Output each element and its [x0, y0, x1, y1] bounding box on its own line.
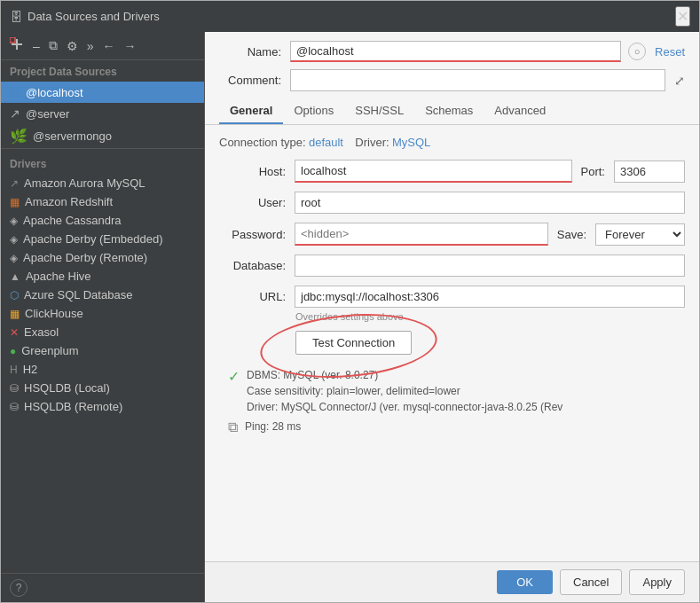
driver-amazon-redshift[interactable]: ▦ Amazon Redshift: [1, 192, 204, 211]
datasource-localhost-label: @localhost: [26, 86, 83, 99]
driver-hsqldb-remote-icon: ⛁: [10, 401, 19, 413]
password-row: Password: Save: Forever Until restart Ne…: [219, 223, 685, 246]
back-button[interactable]: ←: [99, 37, 119, 55]
overrides-text: Overrides settings above: [295, 311, 685, 322]
status-row-info: ⧉ Ping: 28 ms: [228, 419, 685, 435]
test-connection-wrap: Test Connection: [295, 331, 412, 355]
bottom-bar: OK Cancel Apply: [205, 561, 699, 602]
driver-apache-derby-embedded[interactable]: ◈ Apache Derby (Embedded): [1, 230, 204, 248]
user-input[interactable]: [295, 192, 685, 214]
project-data-sources-header: Project Data Sources: [1, 60, 204, 82]
tab-options[interactable]: Options: [283, 98, 344, 124]
datasource-server-icon: ↗: [10, 106, 20, 121]
datasource-localhost-icon: ⛁: [10, 85, 20, 99]
tab-sshssl[interactable]: SSH/SSL: [344, 98, 414, 124]
driver-apache-derby-remote-label: Apache Derby (Remote): [23, 251, 147, 264]
copy-button[interactable]: ⧉: [45, 36, 61, 55]
driver-apache-derby-embedded-icon: ◈: [10, 233, 18, 246]
driver-apache-hive-label: Apache Hive: [26, 270, 91, 283]
apply-button[interactable]: Apply: [629, 569, 685, 595]
url-input[interactable]: [295, 286, 685, 308]
name-label: Name:: [219, 45, 281, 59]
driver-apache-cassandra-icon: ◈: [10, 215, 18, 227]
driver-hsqldb-remote[interactable]: ⛁ HSQLDB (Remote): [1, 397, 204, 416]
comment-expand-button[interactable]: ⤢: [674, 74, 685, 88]
tab-schemas[interactable]: Schemas: [414, 98, 484, 124]
test-connection-button[interactable]: Test Connection: [295, 331, 412, 355]
database-input[interactable]: [295, 255, 685, 277]
datasource-servermongo-icon: 🌿: [10, 128, 28, 145]
datasource-localhost[interactable]: ⛁ @localhost: [1, 82, 204, 103]
driver-h2-label: H2: [23, 363, 38, 376]
comment-input[interactable]: [290, 69, 665, 91]
name-input[interactable]: [290, 41, 621, 62]
drivers-header: Drivers: [1, 148, 204, 174]
port-label: Port:: [581, 165, 605, 178]
driver-greenplum[interactable]: ● Greenplum: [1, 341, 204, 360]
driver-clickhouse[interactable]: ▦ ClickHouse: [1, 304, 204, 323]
save-label: Save:: [557, 228, 586, 241]
driver-apache-derby-remote-icon: ◈: [10, 252, 18, 264]
database-label: Database:: [219, 259, 286, 272]
connection-type-value[interactable]: default: [309, 136, 343, 149]
name-clear-button[interactable]: ○: [628, 43, 646, 60]
cancel-button[interactable]: Cancel: [560, 569, 622, 595]
svg-rect-2: [10, 37, 15, 43]
driver-azure-sql[interactable]: ⬡ Azure SQL Database: [1, 286, 204, 304]
driver-azure-sql-icon: ⬡: [10, 289, 19, 302]
password-label: Password:: [219, 228, 286, 241]
host-label: Host:: [219, 165, 286, 178]
driver-apache-derby-remote[interactable]: ◈ Apache Derby (Remote): [1, 248, 204, 267]
driver-value[interactable]: MySQL: [392, 136, 430, 149]
user-row: User:: [219, 192, 685, 214]
driver-amazon-aurora-icon: ↗: [10, 177, 19, 190]
more-button[interactable]: »: [83, 37, 98, 55]
driver-hsqldb-local-icon: ⛁: [10, 382, 19, 395]
driver-greenplum-label: Greenplum: [21, 344, 78, 357]
form-content: Connection type: default Driver: MySQL H…: [205, 125, 699, 561]
status-row-ok: ✓ DBMS: MySQL (ver. 8.0.27)Case sensitiv…: [228, 367, 685, 415]
driver-hsqldb-local[interactable]: ⛁ HSQLDB (Local): [1, 379, 204, 397]
close-button[interactable]: ✕: [675, 6, 690, 27]
url-row: URL:: [219, 286, 685, 308]
driver-apache-cassandra-label: Apache Cassandra: [23, 214, 122, 227]
database-row: Database:: [219, 255, 685, 277]
tabs: General Options SSH/SSL Schemas Advanced: [205, 98, 699, 125]
driver-apache-cassandra[interactable]: ◈ Apache Cassandra: [1, 211, 204, 230]
password-input[interactable]: [295, 223, 548, 246]
tab-advanced[interactable]: Advanced: [484, 98, 556, 124]
driver-h2-icon: H: [10, 364, 18, 376]
status-info-text: Ping: 28 ms: [245, 419, 301, 435]
driver-apache-hive[interactable]: ▲ Apache Hive: [1, 267, 204, 286]
datasource-servermongo[interactable]: 🌿 @servermongo: [1, 124, 204, 148]
driver-h2[interactable]: H H2: [1, 360, 204, 379]
host-row: Host: Port:: [219, 160, 685, 183]
save-select[interactable]: Forever Until restart Never: [595, 223, 685, 246]
forward-button[interactable]: →: [121, 37, 140, 55]
save-group: Save: Forever Until restart Never: [557, 223, 685, 246]
driver-amazon-redshift-label: Amazon Redshift: [25, 195, 113, 208]
name-input-wrap: ○: [290, 41, 646, 62]
comment-label: Comment:: [219, 74, 281, 87]
datasource-server[interactable]: ↗ @server: [1, 103, 204, 124]
driver-amazon-aurora[interactable]: ↗ Amazon Aurora MySQL: [1, 174, 204, 192]
name-row: Name: ○ Reset: [205, 32, 699, 66]
url-label: URL:: [219, 290, 286, 303]
tab-general[interactable]: General: [219, 98, 283, 124]
port-group: Port:: [581, 161, 685, 183]
remove-button[interactable]: –: [29, 37, 43, 55]
ok-button[interactable]: OK: [497, 570, 553, 594]
add-button[interactable]: [6, 35, 28, 56]
settings-button[interactable]: ⚙: [63, 37, 82, 55]
reset-button[interactable]: Reset: [655, 45, 685, 59]
driver-clickhouse-icon: ▦: [10, 308, 20, 320]
driver-hsqldb-remote-label: HSQLDB (Remote): [24, 400, 122, 413]
driver-label: Driver:: [355, 136, 389, 149]
toolbar: – ⧉ ⚙ » ← →: [1, 32, 204, 60]
driver-exasol[interactable]: ✕ Exasol: [1, 323, 204, 341]
port-input[interactable]: [614, 161, 685, 183]
help-button[interactable]: ?: [10, 579, 28, 597]
user-label: User:: [219, 196, 286, 209]
host-input[interactable]: [295, 160, 572, 183]
main-content: – ⧉ ⚙ » ← → Project Data Sources ⛁ @loca…: [1, 32, 699, 602]
